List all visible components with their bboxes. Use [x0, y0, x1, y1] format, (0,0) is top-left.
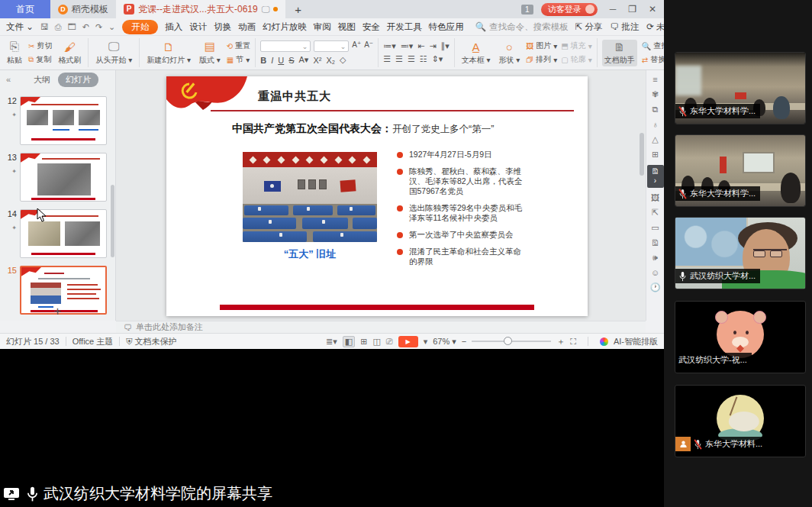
add-slide-button[interactable]: + — [0, 304, 115, 319]
text-box-button[interactable]: A̲ 文本框 ▾ — [459, 40, 493, 66]
indent-decrease-button[interactable]: ⇤ — [417, 41, 424, 51]
zoom-out-button[interactable]: − — [462, 337, 466, 346]
menu-devtools[interactable]: 开发工具 — [387, 21, 422, 33]
pyramid-icon[interactable]: △ — [652, 134, 658, 144]
justify-button[interactable]: ☷ — [420, 54, 427, 64]
menu-transition[interactable]: 切换 — [214, 21, 231, 33]
zoom-level[interactable]: 67% ▾ — [433, 337, 456, 347]
slide-thumbnail-12[interactable]: 12 ✦ — [3, 96, 114, 145]
tab-docer-templates[interactable]: D 稻壳模板 — [50, 0, 116, 18]
underline-button[interactable]: U — [278, 56, 284, 65]
fill-button[interactable]: ⬒填充 ▾ — [561, 40, 591, 51]
font-decrease-button[interactable]: A⁻ — [364, 40, 373, 52]
zoom-slider-knob[interactable] — [504, 337, 512, 345]
photo-pane-icon[interactable]: 🖻 — [651, 238, 659, 247]
indent-increase-button[interactable]: ⇥ — [429, 41, 436, 51]
zoom-slider[interactable] — [472, 341, 551, 342]
menu-design[interactable]: 设计 — [189, 21, 207, 33]
paste-button[interactable]: ⎘ 粘贴 — [5, 39, 24, 66]
pane-handle-icon[interactable]: ≡ — [652, 75, 657, 84]
slideshow-view-icon[interactable]: ⎚ — [386, 337, 393, 347]
shape-pane-icon[interactable]: ♁ — [652, 120, 658, 129]
new-slide-button[interactable]: 🗋 新建幻灯片 ▾ — [144, 40, 193, 66]
duplicate-icon[interactable]: ⧉ — [652, 105, 659, 115]
video-tile[interactable]: 东华大学材料学... — [675, 52, 806, 124]
font-size-select[interactable]: ⌄ — [314, 40, 349, 52]
new-tab-button[interactable]: + — [285, 0, 311, 18]
menu-special-apps[interactable]: 特色应用 — [429, 21, 464, 33]
menu-security[interactable]: 安全 — [362, 21, 380, 33]
notes-view-icon[interactable]: ≣▾ — [326, 337, 337, 347]
history-icon[interactable]: 🕐 — [650, 283, 661, 292]
font-color-button[interactable]: A▾ — [299, 55, 309, 65]
picture-button[interactable]: 🖼图片 ▾ — [526, 40, 557, 51]
replace-button[interactable]: ⇄替换 ▾ — [642, 54, 664, 65]
doc-assistant-button[interactable]: 🗎 文档助手 — [602, 40, 637, 66]
reset-button[interactable]: ⟲重置 — [227, 40, 250, 51]
subscript-button[interactable]: X₂ — [326, 56, 335, 65]
slide-thumbnail-13[interactable]: 13 ✦ — [3, 153, 114, 202]
expand-pane-button[interactable]: 🖻› — [647, 165, 664, 188]
guest-login-button[interactable]: 访客登录 — [541, 3, 598, 16]
restore-button[interactable]: ❐ — [628, 4, 636, 15]
protection-status[interactable]: ⛨ 文档未保护 — [126, 336, 176, 347]
tab-home[interactable]: 首页 — [0, 0, 50, 18]
print-icon[interactable]: ⎙ — [55, 22, 62, 32]
strikethrough-button[interactable]: S — [288, 56, 294, 65]
bold-button[interactable]: B — [260, 56, 266, 65]
align-center-button[interactable]: ☰ — [395, 54, 403, 64]
line-spacing-button[interactable]: ⇕▾ — [432, 54, 443, 64]
notes-bar[interactable]: 🗨 单击此处添加备注 — [116, 321, 646, 333]
text-direction-button[interactable]: ∥▾ — [441, 41, 450, 51]
redo-icon[interactable]: ↷ — [95, 22, 102, 32]
comment-button[interactable]: 🗨 批注 — [611, 21, 640, 33]
current-slide[interactable]: 重温中共五大 中国共产党第五次全国代表大会：开创了党史上多个“第一” — [166, 76, 588, 316]
image-pane-icon[interactable]: 🖼 — [651, 193, 659, 202]
tab-document[interactable]: P 党课--走进武汉...共五大-0619 🖵 — [116, 0, 285, 18]
video-tile[interactable]: 武汉纺织大学材... — [675, 217, 806, 289]
font-increase-button[interactable]: A⁺ — [352, 40, 361, 52]
banner-icon[interactable]: ▭ — [651, 223, 659, 233]
play-from-start-button[interactable]: 🖵 从头开始 ▾ — [93, 39, 134, 66]
video-tile[interactable]: 武汉纺织大学-祝... — [675, 301, 806, 373]
menu-file[interactable]: 文件 ⌄ — [6, 21, 34, 33]
reading-view-icon[interactable]: ◫ — [372, 337, 380, 347]
grid-pane-icon[interactable]: ⊞ — [652, 150, 659, 160]
share-button[interactable]: ⇱ 分享 — [575, 21, 603, 33]
layout-button[interactable]: ▤ 版式 ▾ — [197, 39, 223, 66]
close-button[interactable]: ✕ — [649, 4, 656, 15]
arrange-button[interactable]: 🗇排列 ▾ — [526, 54, 557, 65]
play-slideshow-button[interactable]: ▶ — [398, 336, 418, 347]
play-options-icon[interactable]: ▾ — [424, 337, 428, 347]
video-tile[interactable]: 东华大学材料学... — [675, 134, 806, 207]
font-family-select[interactable]: ⌄ — [260, 40, 311, 52]
menu-start[interactable]: 开始 — [122, 20, 158, 34]
audio-icon[interactable]: 🕪 — [652, 253, 658, 263]
menu-animation[interactable]: 动画 — [238, 21, 256, 33]
superscript-button[interactable]: X² — [313, 56, 321, 65]
menu-insert[interactable]: 插入 — [165, 21, 182, 33]
normal-view-icon[interactable]: ◧ — [343, 336, 355, 347]
minimize-button[interactable]: ─ — [610, 4, 617, 15]
stamp-icon[interactable]: ✾ — [652, 89, 659, 99]
align-left-button[interactable]: ☰ — [383, 54, 391, 64]
align-right-button[interactable]: ☰ — [408, 54, 415, 64]
panel-scrollbar[interactable] — [111, 185, 114, 257]
export-icon[interactable]: ⇱ — [652, 208, 659, 218]
zoom-in-button[interactable]: ＋ — [556, 336, 565, 347]
numbered-list-button[interactable]: ≕▾ — [401, 41, 414, 51]
emoji-icon[interactable]: ☺ — [651, 268, 659, 277]
bullet-list-button[interactable]: ≔▾ — [383, 41, 396, 51]
shapes-button[interactable]: ○ 形状 ▾ — [496, 40, 522, 66]
ai-layout-button[interactable]: AI-智能排版 — [614, 336, 658, 347]
video-tile[interactable]: 东华大学材料... — [675, 385, 806, 457]
italic-button[interactable]: I — [271, 56, 273, 65]
clear-format-icon[interactable]: ◇ — [340, 55, 346, 65]
menu-slideshow[interactable]: 幻灯片放映 — [263, 21, 307, 33]
preview-icon[interactable]: 🗔 — [68, 22, 76, 32]
cut-button[interactable]: ✂剪切 — [28, 40, 52, 51]
fit-window-icon[interactable]: ⛶ — [570, 337, 576, 347]
tab-slides[interactable]: 幻灯片 — [58, 73, 98, 87]
command-search-input[interactable]: 🔍 查找命令、搜索模板 — [475, 21, 569, 33]
theme-label[interactable]: Office 主题 — [72, 336, 114, 347]
